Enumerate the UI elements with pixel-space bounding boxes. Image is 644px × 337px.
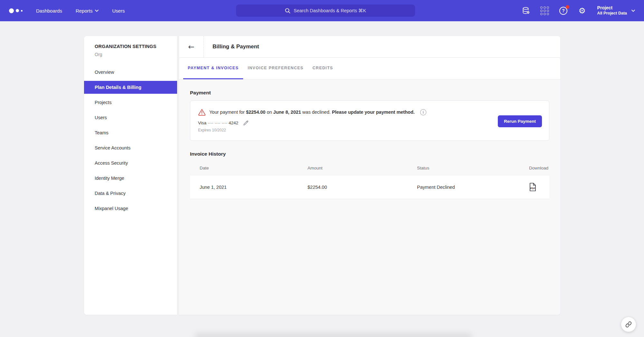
sidebar-item-data-privacy[interactable]: Data & Privacy — [84, 187, 177, 200]
nav-dashboards[interactable]: Dashboards — [36, 8, 62, 14]
card-on-file: Visa ···· ···· ···· 4242 — [198, 120, 541, 126]
invoice-history-section: Invoice History Date Amount Status Downl… — [190, 151, 549, 199]
project-selector[interactable]: Project All Project Data — [597, 5, 635, 16]
sidebar-nav-list: Overview Plan Details & Billing Projects… — [84, 66, 177, 215]
card-brand: Visa — [198, 120, 206, 125]
sidebar-item-identity-merge[interactable]: Identity Merge — [84, 172, 177, 185]
search-input[interactable]: Search Dashboards & Reports ⌘K — [236, 5, 415, 17]
app-grid-icon[interactable] — [540, 6, 550, 15]
card-expiration: Expires 10/2022 — [198, 128, 541, 132]
invoice-table: Date Amount Status Download June 1, 2021… — [190, 161, 549, 199]
page-header: ← Billing & Payment — [179, 36, 560, 58]
invoice-amount: $2254.00 — [308, 185, 417, 190]
invoice-table-header: Date Amount Status Download — [190, 161, 549, 175]
sidebar-item-plan-details-billing[interactable]: Plan Details & Billing — [84, 81, 177, 94]
primary-nav: Dashboards Reports Users — [36, 8, 125, 14]
sidebar-section-title: ORGANIZATION SETTINGS — [84, 44, 177, 49]
project-selector-label: Project — [597, 5, 627, 11]
project-selector-value: All Project Data — [597, 11, 627, 16]
payment-section-title: Payment — [190, 90, 549, 96]
nav-users[interactable]: Users — [112, 8, 125, 14]
sidebar-item-users[interactable]: Users — [84, 111, 177, 124]
tab-credits[interactable]: CREDITS — [308, 58, 338, 79]
column-header-date: Date — [200, 166, 308, 170]
search-placeholder: Search Dashboards & Reports ⌘K — [294, 8, 366, 13]
card-masked-number: ···· ···· ···· 4242 — [208, 120, 238, 125]
sidebar-item-access-security[interactable]: Access Security — [84, 157, 177, 169]
page-title: Billing & Payment — [204, 36, 259, 57]
org-settings-sidebar: ORGANIZATION SETTINGS Org Overview Plan … — [84, 36, 177, 315]
notification-badge — [566, 5, 569, 9]
payment-card: Your payment for $2254.00 on June 8, 202… — [190, 101, 549, 141]
alert-message: Your payment for $2254.00 on June 8, 202… — [209, 110, 415, 115]
column-header-download: Download — [526, 166, 549, 170]
settings-gear-icon[interactable]: ⚙ — [577, 6, 587, 15]
chevron-down-icon — [95, 10, 99, 12]
app-root: Dashboards Reports Users Search Dashboar… — [0, 0, 644, 337]
link-icon — [625, 321, 632, 328]
invoice-history-title: Invoice History — [190, 151, 549, 157]
warning-triangle-icon — [198, 109, 206, 116]
download-pdf-icon[interactable]: PDF — [529, 183, 536, 191]
main-panel: ← Billing & Payment PAYMENT & INVOICES I… — [179, 36, 560, 315]
org-name: Org — [84, 52, 177, 57]
sidebar-item-projects[interactable]: Projects — [84, 96, 177, 109]
chevron-down-icon — [631, 10, 635, 12]
invoice-table-row: June 1, 2021 $2254.00 Payment Declined P… — [190, 175, 549, 199]
info-icon[interactable]: i — [420, 109, 426, 115]
bottom-peek-shadow — [195, 332, 472, 337]
data-management-icon[interactable] — [521, 6, 531, 15]
search-icon — [285, 8, 290, 14]
column-header-amount: Amount — [308, 166, 417, 170]
tab-content: Payment Your payment for $2254.00 on Jun… — [179, 80, 560, 199]
tab-payment-invoices[interactable]: PAYMENT & INVOICES — [183, 58, 243, 79]
payment-declined-alert: Your payment for $2254.00 on June 8, 202… — [198, 109, 541, 116]
top-right-controls: ? ⚙ Project All Project Data — [521, 5, 635, 16]
mixpanel-logo-icon[interactable] — [9, 8, 23, 13]
back-button[interactable]: ← — [179, 36, 204, 57]
nav-reports[interactable]: Reports — [76, 8, 99, 14]
tab-invoice-preferences[interactable]: INVOICE PREFERENCES — [243, 58, 308, 79]
svg-text:PDF: PDF — [530, 187, 535, 190]
column-header-status: Status — [417, 166, 526, 170]
invoice-status: Payment Declined — [417, 185, 526, 190]
sidebar-item-overview[interactable]: Overview — [84, 66, 177, 79]
sidebar-item-mixpanel-usage[interactable]: Mixpanel Usage — [84, 202, 177, 215]
rerun-payment-button[interactable]: Rerun Payment — [498, 115, 542, 127]
help-icon[interactable]: ? — [559, 6, 568, 15]
billing-tabs: PAYMENT & INVOICES INVOICE PREFERENCES C… — [179, 58, 560, 80]
copy-link-button[interactable] — [621, 317, 636, 332]
sidebar-item-service-accounts[interactable]: Service Accounts — [84, 141, 177, 154]
invoice-date: June 1, 2021 — [200, 185, 308, 190]
sidebar-item-teams[interactable]: Teams — [84, 126, 177, 139]
top-navigation-bar: Dashboards Reports Users Search Dashboar… — [0, 0, 644, 21]
edit-card-pencil-icon[interactable] — [243, 120, 249, 126]
back-arrow-icon: ← — [188, 43, 194, 51]
